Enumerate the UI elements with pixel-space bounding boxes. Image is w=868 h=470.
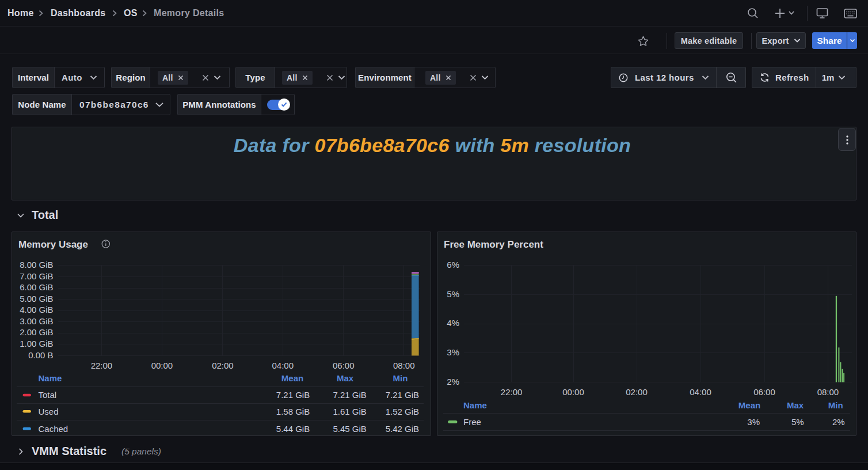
svg-text:22:00: 22:00: [501, 387, 523, 397]
svg-text:2%: 2%: [832, 417, 845, 427]
svg-text:Max: Max: [337, 373, 354, 383]
svg-text:04:00: 04:00: [690, 387, 711, 397]
svg-text:06:00: 06:00: [333, 361, 355, 370]
svg-text:08:00: 08:00: [393, 361, 415, 370]
svg-text:5.42 GiB: 5.42 GiB: [386, 424, 419, 434]
svg-text:Mean: Mean: [281, 373, 303, 383]
svg-text:3%: 3%: [747, 417, 760, 427]
svg-text:4%: 4%: [447, 318, 459, 328]
svg-text:Min: Min: [828, 400, 843, 410]
svg-text:Mean: Mean: [738, 400, 760, 410]
svg-text:6%: 6%: [447, 260, 459, 270]
svg-text:3%: 3%: [447, 347, 459, 357]
svg-text:7.21 GiB: 7.21 GiB: [333, 390, 366, 400]
svg-text:02:00: 02:00: [626, 387, 648, 397]
svg-text:5.44 GiB: 5.44 GiB: [276, 424, 310, 434]
svg-text:00:00: 00:00: [151, 361, 173, 370]
svg-text:0.00 B: 0.00 B: [28, 350, 53, 360]
svg-text:5.00 GiB: 5.00 GiB: [20, 294, 53, 304]
svg-text:Name: Name: [463, 400, 487, 410]
svg-text:1.00 GiB: 1.00 GiB: [20, 339, 53, 348]
svg-text:Min: Min: [393, 373, 408, 383]
svg-text:22:00: 22:00: [91, 361, 113, 370]
svg-text:Free Memory Percent: Free Memory Percent: [444, 239, 543, 250]
svg-text:7.21 GiB: 7.21 GiB: [386, 390, 419, 400]
svg-text:1.58 GiB: 1.58 GiB: [276, 407, 310, 416]
svg-text:Max: Max: [787, 400, 804, 410]
svg-text:04:00: 04:00: [272, 361, 294, 370]
svg-text:8.00 GiB: 8.00 GiB: [20, 260, 53, 270]
svg-text:00:00: 00:00: [562, 387, 584, 397]
svg-text:5%: 5%: [447, 289, 459, 299]
svg-text:Name: Name: [39, 373, 62, 383]
svg-text:06:00: 06:00: [753, 387, 775, 397]
svg-text:4.00 GiB: 4.00 GiB: [20, 305, 53, 314]
svg-text:Free: Free: [463, 417, 481, 427]
svg-text:6.00 GiB: 6.00 GiB: [20, 282, 53, 292]
svg-text:02:00: 02:00: [212, 361, 234, 370]
svg-text:Used: Used: [39, 407, 59, 416]
svg-text:Total: Total: [39, 390, 57, 400]
svg-text:7.21 GiB: 7.21 GiB: [276, 390, 310, 400]
svg-text:1.52 GiB: 1.52 GiB: [386, 407, 419, 416]
svg-text:5%: 5%: [791, 417, 804, 427]
svg-text:3.00 GiB: 3.00 GiB: [20, 316, 53, 326]
svg-text:Cached: Cached: [39, 424, 68, 434]
svg-text:2%: 2%: [447, 377, 459, 386]
svg-text:Memory Usage: Memory Usage: [18, 239, 88, 250]
svg-text:2.00 GiB: 2.00 GiB: [20, 327, 53, 337]
svg-text:7.00 GiB: 7.00 GiB: [20, 271, 53, 281]
svg-text:08:00: 08:00: [817, 387, 839, 397]
svg-text:1.61 GiB: 1.61 GiB: [333, 407, 366, 416]
svg-text:5.45 GiB: 5.45 GiB: [333, 424, 366, 434]
